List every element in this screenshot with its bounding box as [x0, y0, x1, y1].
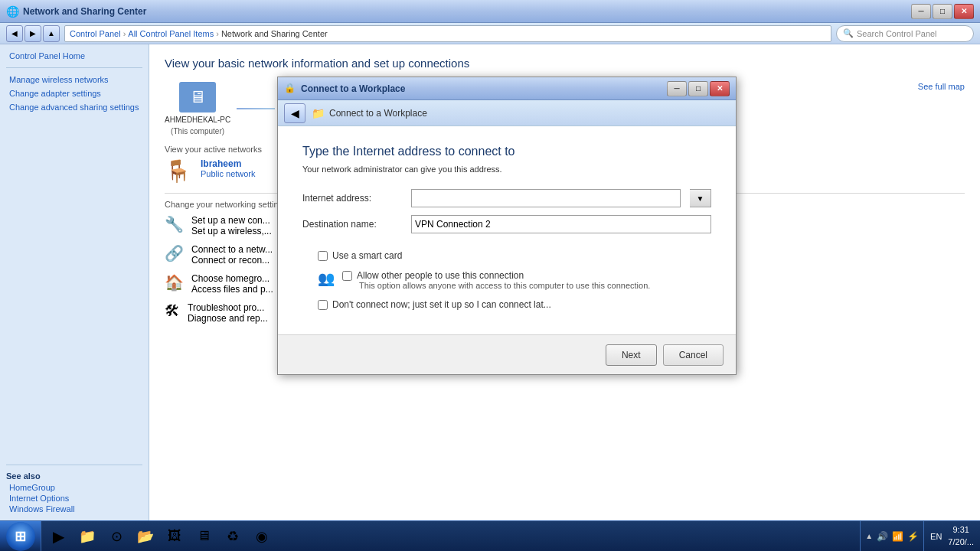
- network-type: Public network: [201, 169, 256, 178]
- taskbar-icon-files[interactable]: 📂: [132, 523, 159, 550]
- explorer-icon: 📁: [79, 528, 96, 545]
- taskbar-items: ▶ 📁 ⊙ 📂 🖼 🖥 ♻ ◉: [41, 521, 860, 551]
- destination-name-row: Destination name:: [302, 215, 711, 233]
- tray-network-icon[interactable]: 📶: [891, 530, 903, 543]
- green-app-icon: ♻: [227, 528, 239, 545]
- search-placeholder: Search Control Panel: [857, 29, 937, 38]
- sidebar-item-home[interactable]: Control Panel Home: [6, 51, 142, 61]
- task-setup-link[interactable]: Set up a new con...: [191, 215, 272, 226]
- back-button[interactable]: ◀: [6, 25, 23, 42]
- dialog-close-button[interactable]: ✕: [710, 81, 730, 96]
- dialog-heading: Type the Internet address to connect to: [302, 145, 711, 158]
- dialog-title-bar: 🔒 Connect to a Workplace ─ □ ✕: [278, 77, 736, 100]
- network-name[interactable]: Ibraheem: [201, 158, 256, 169]
- taskbar-icon-green[interactable]: ♻: [219, 523, 247, 550]
- internet-address-input[interactable]: [411, 189, 681, 207]
- dont-connect-checkbox[interactable]: [318, 300, 328, 310]
- sidebar-item-wireless[interactable]: Manage wireless networks: [6, 74, 142, 85]
- search-box[interactable]: 🔍 Search Control Panel: [836, 25, 974, 42]
- dont-connect-label[interactable]: Don't connect now; just set it up so I c…: [332, 299, 551, 310]
- dialog-nav-bar: ◀ 📁 Connect to a Workplace: [278, 100, 736, 126]
- smart-card-row: Use a smart card: [302, 250, 711, 261]
- taskbar-icon-pictures[interactable]: 🖼: [161, 523, 188, 550]
- dialog-back-button[interactable]: ◀: [284, 103, 305, 123]
- sidebar-see-also-homegroup[interactable]: HomeGroup: [6, 482, 142, 493]
- blue-app-icon: ◉: [256, 528, 268, 545]
- allow-others-sublabel: This option allows anyone with access to…: [359, 281, 650, 290]
- breadcrumb-control-panel[interactable]: Control Panel: [70, 29, 121, 38]
- taskbar-icon-explorer[interactable]: 📁: [74, 523, 101, 550]
- cancel-button[interactable]: Cancel: [663, 344, 724, 366]
- dialog-maximize-button[interactable]: □: [688, 81, 708, 96]
- tray-show-more[interactable]: ▲: [865, 532, 873, 540]
- sidebar-item-advanced[interactable]: Change advanced sharing settings: [6, 102, 142, 112]
- sidebar-item-adapter[interactable]: Change adapter settings: [6, 88, 142, 99]
- breadcrumb-all-items[interactable]: All Control Panel Items: [128, 29, 214, 38]
- allow-others-checkbox[interactable]: [342, 271, 352, 281]
- task-troubleshoot-icon: 🛠: [165, 302, 180, 320]
- start-orb-icon: ⊞: [15, 528, 26, 545]
- task-setup-text: Set up a new con... Set up a wireless,..…: [191, 215, 272, 236]
- allow-others-content: 👥 Allow other people to use this connect…: [318, 270, 650, 290]
- taskbar-clock[interactable]: 9:31 7/20/...: [948, 524, 974, 548]
- smart-card-label[interactable]: Use a smart card: [332, 250, 402, 261]
- task-connect-link[interactable]: Connect to a netw...: [191, 244, 273, 255]
- task-connect-icon: 🔗: [165, 244, 184, 262]
- computer-sublabel: (This computer): [171, 127, 224, 135]
- dialog-breadcrumb: 📁 Connect to a Workplace: [312, 107, 427, 119]
- see-full-map-link[interactable]: See full map: [918, 82, 965, 91]
- taskbar-icon-monitor[interactable]: 🖥: [190, 523, 217, 550]
- task-homegroup-desc: Access files and p...: [191, 284, 273, 295]
- destination-name-input[interactable]: [411, 215, 711, 233]
- computer-icon: 🖥: [179, 82, 216, 112]
- connect-to-workplace-dialog: 🔒 Connect to a Workplace ─ □ ✕ ◀ 📁 Conne…: [277, 77, 737, 375]
- taskbar-icon-chrome[interactable]: ⊙: [103, 523, 130, 550]
- allow-others-label[interactable]: Allow other people to use this connectio…: [357, 270, 524, 281]
- up-button[interactable]: ▲: [43, 25, 60, 42]
- taskbar-icon-media-player[interactable]: ▶: [44, 523, 72, 550]
- network-line-1: [237, 108, 275, 109]
- pictures-icon: 🖼: [168, 528, 181, 544]
- network-item-details: Ibraheem Public network: [201, 158, 256, 178]
- maximize-button[interactable]: □: [933, 4, 952, 19]
- sidebar-see-also-firewall[interactable]: Windows Firewall: [6, 504, 142, 514]
- task-homegroup-text: Choose homegro... Access files and p...: [191, 273, 273, 295]
- network-computer: 🖥 AHMEDHEKAL-PC (This computer): [165, 82, 230, 135]
- title-bar: 🌐 Network and Sharing Center ─ □ ✕: [0, 0, 980, 23]
- next-button[interactable]: Next: [606, 344, 657, 366]
- start-button[interactable]: ⊞: [0, 521, 41, 552]
- dialog-breadcrumb-label: Connect to a Workplace: [329, 108, 427, 119]
- desktop: 🌐 Network and Sharing Center ─ □ ✕ ◀ ▶ ▲…: [0, 0, 980, 551]
- task-connect-text: Connect to a netw... Connect or recon...: [191, 244, 273, 266]
- form-spacer: [302, 241, 711, 250]
- sidebar: Control Panel Home Manage wireless netwo…: [0, 44, 149, 520]
- close-button[interactable]: ✕: [954, 4, 974, 19]
- smart-card-checkbox[interactable]: [318, 251, 328, 261]
- forward-button[interactable]: ▶: [24, 25, 41, 42]
- breadcrumb-current: Network and Sharing Center: [221, 29, 328, 38]
- dialog-minimize-button[interactable]: ─: [667, 81, 687, 96]
- tray-power-icon[interactable]: ⚡: [906, 530, 919, 543]
- task-homegroup-icon: 🏠: [165, 273, 184, 292]
- computer-name: AHMEDHEKAL-PC: [165, 116, 230, 124]
- task-troubleshoot-link[interactable]: Troubleshoot pro...: [188, 302, 268, 313]
- tray-volume-icon[interactable]: 🔊: [876, 530, 888, 543]
- media-player-icon: ▶: [53, 527, 64, 546]
- dialog-footer: Next Cancel: [278, 334, 736, 374]
- system-tray: ▲ 🔊 📶 ⚡: [860, 521, 923, 551]
- task-setup-icon: 🔧: [165, 215, 184, 233]
- task-homegroup-link[interactable]: Choose homegro...: [191, 273, 273, 284]
- window-title: Network and Sharing Center: [23, 6, 911, 17]
- clock-date: 7/20/...: [948, 536, 974, 548]
- window-icon: 🌐: [6, 5, 18, 18]
- chrome-icon: ⊙: [111, 528, 122, 545]
- minimize-button[interactable]: ─: [911, 4, 931, 19]
- allow-others-checkbox-row: Allow other people to use this connectio…: [342, 270, 650, 281]
- taskbar-right: EN 9:31 7/20/...: [923, 521, 980, 551]
- sidebar-see-also-internet[interactable]: Internet Options: [6, 493, 142, 504]
- taskbar-icon-blue[interactable]: ◉: [248, 523, 276, 550]
- sidebar-divider: [6, 67, 142, 68]
- dialog-subtext: Your network administrator can give you …: [302, 165, 711, 174]
- internet-address-browse-button[interactable]: ▼: [690, 189, 711, 207]
- window-controls: ─ □ ✕: [911, 4, 974, 19]
